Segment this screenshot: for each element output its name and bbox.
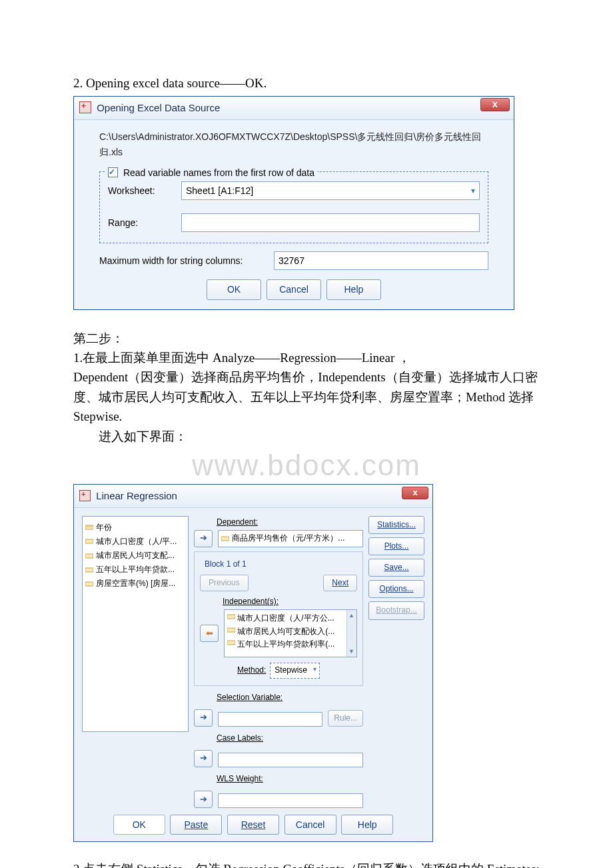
intro-line: 2. Opening excel data source——OK. xyxy=(73,73,540,93)
ruler-icon xyxy=(85,537,93,545)
svg-rect-6 xyxy=(85,568,93,572)
open-excel-dialog: Opening Excel Data Source x C:\Users\Adm… xyxy=(73,96,514,309)
var-label: 房屋空置率(%) [房屋... xyxy=(96,577,175,590)
step2-text: 第二步： 1.在最上面菜单里面选中 Analyze——Regression——L… xyxy=(73,329,540,447)
move-to-wls-button[interactable]: ➔ xyxy=(194,791,213,808)
list-item[interactable]: 城市人口密度（人/平... xyxy=(85,535,185,549)
paste-button[interactable]: Paste xyxy=(170,815,222,835)
svg-rect-10 xyxy=(227,628,235,632)
save-button[interactable]: Save... xyxy=(368,559,424,577)
cancel-button[interactable]: Cancel xyxy=(285,815,336,835)
after-text: 2.点击右侧 Statistics，勾选 Regression Coeffici… xyxy=(73,859,540,868)
ruler-icon xyxy=(85,523,93,531)
dialog-title: Opening Excel Data Source xyxy=(97,102,220,113)
app-icon xyxy=(79,490,91,501)
maxwidth-label: Maximum width for string columns: xyxy=(99,253,274,268)
list-item[interactable]: 年份 xyxy=(85,521,185,535)
svg-rect-11 xyxy=(227,641,235,645)
dependent-value: 商品房平均售价（元/平方米）... xyxy=(232,532,344,545)
range-input[interactable] xyxy=(181,213,480,232)
para-line2: Dependent（因变量）选择商品房平均售价，Independents（自变量… xyxy=(73,367,540,426)
case-labels-label: Case Labels: xyxy=(217,732,363,745)
rule-button[interactable]: Rule... xyxy=(328,710,363,727)
list-item[interactable]: 五年以上平均年贷款利率(... xyxy=(227,638,354,651)
variable-list[interactable]: 年份 城市人口密度（人/平... 城市居民人均可支配... 五年以上平均年贷款.… xyxy=(82,516,189,732)
svg-rect-8 xyxy=(221,537,229,541)
var-label: 五年以上平均年贷款... xyxy=(96,563,175,576)
indep-value: 五年以上平均年贷款利率(... xyxy=(237,639,334,649)
dialog2-title-bar: Linear Regression x xyxy=(74,485,432,508)
worksheet-label: Worksheet: xyxy=(108,183,181,198)
next-button[interactable]: Next xyxy=(323,575,357,591)
close-button[interactable]: x xyxy=(402,487,428,499)
method-label: Method: xyxy=(237,664,266,677)
checkbox-label: Read variable names from the first row o… xyxy=(123,167,314,178)
dependent-label: Dependent: xyxy=(217,516,363,529)
svg-rect-4 xyxy=(85,539,93,543)
dialog2-title: Linear Regression xyxy=(96,490,177,501)
wls-weight-label: WLS Weight: xyxy=(217,773,363,785)
var-label: 城市居民人均可支配... xyxy=(96,549,175,562)
ruler-icon xyxy=(221,535,229,543)
scrollbar[interactable] xyxy=(346,610,356,657)
ruler-icon xyxy=(85,552,93,560)
ruler-icon xyxy=(85,580,93,588)
independents-list[interactable]: 城市人口密度（人/平方公... 城市居民人均可支配收入(... 五年以上平均年贷… xyxy=(224,609,357,657)
range-label: Range: xyxy=(108,215,181,230)
ruler-icon xyxy=(227,639,235,647)
independents-label: Independent(s): xyxy=(223,595,357,608)
statistics-button[interactable]: Statistics... xyxy=(368,516,424,534)
plots-button[interactable]: Plots... xyxy=(368,537,424,555)
read-options-group: Read variable names from the first row o… xyxy=(99,171,488,243)
move-to-caselabels-button[interactable]: ➔ xyxy=(194,750,213,767)
maxwidth-input[interactable]: 32767 xyxy=(274,251,488,270)
read-varnames-checkbox[interactable]: Read variable names from the first row o… xyxy=(105,165,317,180)
checkbox-icon xyxy=(108,167,118,177)
indep-value: 城市人口密度（人/平方公... xyxy=(237,613,334,623)
file-path: C:\Users\Administrator.XOJ6OFMXTWCCX7Z\D… xyxy=(99,129,488,159)
move-to-selection-button[interactable]: ➔ xyxy=(194,709,213,727)
svg-rect-5 xyxy=(85,554,93,558)
ok-button[interactable]: OK xyxy=(113,815,165,835)
help-button[interactable]: Help xyxy=(341,815,393,835)
close-button[interactable]: x xyxy=(480,98,510,111)
move-to-independents-button[interactable]: ⬅ xyxy=(200,625,219,642)
dialog-title-bar: Opening Excel Data Source x xyxy=(74,97,514,120)
worksheet-dropdown[interactable]: Sheet1 [A1:F12] xyxy=(181,181,480,200)
worksheet-value: Sheet1 [A1:F12] xyxy=(186,183,253,198)
previous-button[interactable]: Previous xyxy=(200,575,249,591)
options-button[interactable]: Options... xyxy=(368,580,424,598)
watermark: www.bdocx.com xyxy=(73,442,540,489)
after-line1: 2.点击右侧 Statistics，勾选 Regression Coeffici… xyxy=(73,859,540,868)
para-line1: 1.在最上面菜单里面选中 Analyze——Regression——Linear… xyxy=(73,348,540,367)
block-group: Block 1 of 1 Previous Next Independent(s… xyxy=(194,551,363,686)
list-item[interactable]: 房屋空置率(%) [房屋... xyxy=(85,577,185,591)
list-item[interactable]: 城市居民人均可支配... xyxy=(85,549,185,563)
app-icon xyxy=(79,101,91,113)
ruler-icon xyxy=(227,613,235,621)
move-to-dependent-button[interactable]: ➔ xyxy=(194,530,213,547)
ruler-icon xyxy=(85,566,93,574)
ok-button[interactable]: OK xyxy=(207,279,261,299)
var-label: 城市人口密度（人/平... xyxy=(96,535,177,548)
maxwidth-value: 32767 xyxy=(279,253,305,268)
block-legend: Block 1 of 1 xyxy=(203,558,249,571)
wls-weight-field[interactable] xyxy=(218,793,363,808)
selection-variable-field[interactable] xyxy=(218,712,322,727)
indep-value: 城市居民人均可支配收入(... xyxy=(237,627,334,636)
cancel-button[interactable]: Cancel xyxy=(267,279,321,299)
svg-rect-9 xyxy=(227,615,235,619)
reset-button[interactable]: Reset xyxy=(227,815,279,835)
method-dropdown[interactable]: Stepwise xyxy=(270,663,320,678)
dependent-field[interactable]: 商品房平均售价（元/平方米）... xyxy=(218,530,363,547)
step-title: 第二步： xyxy=(73,329,540,348)
side-buttons: Statistics... Plots... Save... Options..… xyxy=(368,516,424,809)
ruler-icon xyxy=(227,626,235,634)
list-item[interactable]: 城市人口密度（人/平方公... xyxy=(227,612,354,625)
bootstrap-button[interactable]: Bootstrap... xyxy=(368,601,424,619)
list-item[interactable]: 城市居民人均可支配收入(... xyxy=(227,625,354,638)
var-label: 年份 xyxy=(96,521,112,534)
help-button[interactable]: Help xyxy=(326,279,381,299)
case-labels-field[interactable] xyxy=(218,753,363,767)
list-item[interactable]: 五年以上平均年贷款... xyxy=(85,563,185,577)
